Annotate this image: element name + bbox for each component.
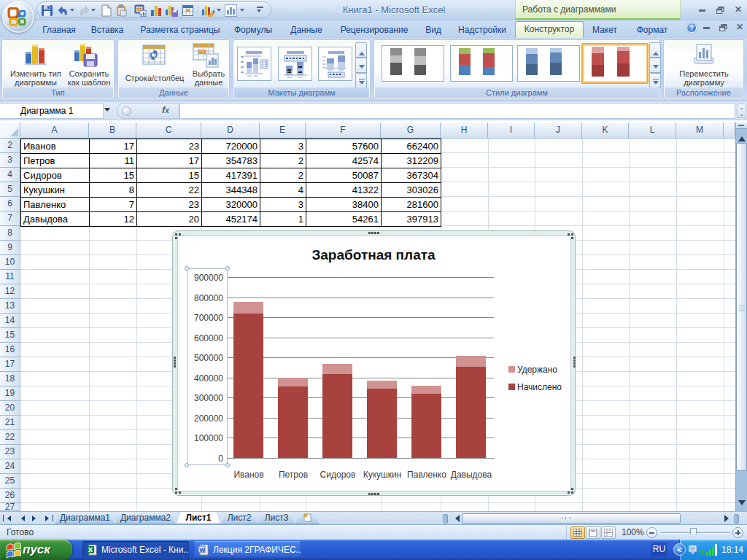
svg-text:W: W (200, 547, 206, 553)
